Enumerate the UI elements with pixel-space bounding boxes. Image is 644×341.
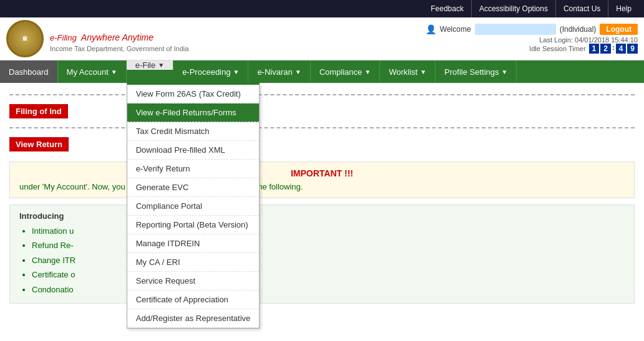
nav-e-proceeding[interactable]: e-Proceeding ▼ [173, 60, 248, 83]
menu-my-ca-eri[interactable]: My CA / ERI [127, 253, 260, 272]
menu-certificate-appreciation[interactable]: Certificate of Appreciation [127, 291, 260, 309]
e-proceeding-arrow: ▼ [233, 69, 239, 75]
menu-service-request[interactable]: Service Request [127, 272, 260, 291]
intro-item-1: Refund Re- [32, 238, 625, 252]
filing-section-header: Filing of Ind [9, 104, 68, 118]
menu-reporting-portal[interactable]: Reporting Portal (Beta Version) [127, 216, 260, 234]
intro-item-2: Change ITR [32, 253, 625, 267]
dashed-line-2 [9, 127, 635, 128]
session-row: Idle Session Timer 1 2 : 4 9 [426, 44, 638, 54]
e-file-dropdown: View Form 26AS (Tax Credit) View e-Filed… [127, 83, 260, 329]
important-section: IMPORTANT !!! under 'My Account'. Now, y… [9, 161, 635, 198]
timer-d2: 2 [600, 44, 611, 54]
dashed-line-1 [9, 94, 635, 95]
last-login-value: 04/01/2018 15:44:10 [575, 36, 638, 44]
menu-add-register-representative[interactable]: Add/Register as Representative [127, 309, 260, 328]
menu-e-verify-return[interactable]: e-Verify Return [127, 160, 260, 178]
header: 🏛 e-Filing Anywhere Anytime Income Tax D… [0, 17, 644, 60]
filing-section-row: Filing of Ind [9, 100, 635, 122]
intro-item-0: Intimation u [32, 224, 625, 238]
welcome-row: 👤 Welcome (Individual) Logout [426, 24, 638, 35]
logo-text-block: e-Filing Anywhere Anytime Income Tax Dep… [50, 26, 188, 52]
intro-item-3: Certificate o [32, 267, 625, 282]
user-name-bar [475, 24, 556, 35]
nav-dashboard[interactable]: Dashboard [0, 60, 58, 83]
top-bar: Feedback Accessibility Options Contact U… [0, 0, 644, 17]
user-icon: 👤 [426, 24, 436, 34]
main-content: Filing of Ind View Return IMPORTANT !!! … [0, 83, 644, 332]
important-text: under 'My Account'. Now, you can raise a… [19, 182, 625, 191]
compliance-arrow: ▼ [364, 69, 371, 75]
view-return-row: View Return [9, 133, 635, 155]
intro-list: Intimation u Refund Re- Change ITR Certi… [19, 224, 625, 297]
nav-e-file-wrapper: e-File ▼ View Form 26AS (Tax Credit) Vie… [127, 60, 173, 83]
menu-generate-evc[interactable]: Generate EVC [127, 178, 260, 197]
feedback-link[interactable]: Feedback [423, 0, 472, 17]
logo-sub: Income Tax Department, Government of Ind… [50, 45, 188, 52]
welcome-text: Welcome [440, 25, 471, 34]
logout-button[interactable]: Logout [600, 24, 638, 35]
timer-sep1: : [612, 44, 615, 54]
important-title: IMPORTANT !!! [19, 168, 625, 178]
intro-section: Introducing Intimation u Refund Re- Chan… [9, 204, 635, 304]
logo-efiling-text: e-Filing [50, 33, 77, 42]
login-info: Last Login: 04/01/2018 15:44:10 [426, 36, 638, 44]
menu-download-prefilled-xml[interactable]: Download Pre-filled XML [127, 141, 260, 160]
nav-my-account[interactable]: My Account ▼ [58, 60, 127, 83]
timer-d1: 1 [589, 44, 600, 54]
menu-manage-itdrein[interactable]: Manage ITDREIN [127, 234, 260, 253]
nav-profile-settings[interactable]: Profile Settings ▼ [436, 60, 517, 83]
my-account-arrow: ▼ [111, 69, 117, 75]
menu-compliance-portal[interactable]: Compliance Portal [127, 197, 260, 216]
last-login-label: Last Login: [539, 36, 573, 44]
e-nivaran-arrow: ▼ [295, 69, 301, 75]
accessibility-link[interactable]: Accessibility Options [472, 0, 556, 17]
contact-link[interactable]: Contact Us [556, 0, 608, 17]
intro-label: Introducing [19, 211, 625, 221]
nav-e-nivaran[interactable]: e-Nivaran ▼ [248, 60, 310, 83]
view-return-header: View Return [9, 137, 69, 151]
nav-bar: Dashboard My Account ▼ e-File ▼ View For… [0, 60, 644, 83]
menu-view-e-filed[interactable]: View e-Filed Returns/Forms [127, 103, 260, 122]
timer-d3: 4 [616, 44, 627, 54]
header-right: 👤 Welcome (Individual) Logout Last Login… [426, 24, 638, 54]
nav-e-file[interactable]: e-File ▼ [127, 60, 173, 70]
worklist-arrow: ▼ [420, 69, 426, 75]
nav-compliance[interactable]: Compliance ▼ [311, 60, 381, 83]
logo-efiling: e-Filing Anywhere Anytime [50, 26, 188, 45]
logo-emblem: 🏛 [6, 20, 44, 57]
timer-d4: 9 [627, 44, 638, 54]
intro-item-4: Condonatio [32, 282, 625, 297]
individual-text: (Individual) [560, 25, 597, 34]
idle-session-label: Idle Session Timer [529, 45, 585, 52]
logo-tagline: Anywhere Anytime [81, 32, 154, 42]
nav-worklist[interactable]: Worklist ▼ [380, 60, 436, 83]
session-timer: 1 2 : 4 9 [589, 44, 638, 54]
help-link[interactable]: Help [608, 0, 639, 17]
profile-settings-arrow: ▼ [502, 69, 508, 75]
header-left: 🏛 e-Filing Anywhere Anytime Income Tax D… [6, 20, 188, 57]
menu-view-form-26as[interactable]: View Form 26AS (Tax Credit) [127, 85, 260, 103]
menu-tax-credit-mismatch[interactable]: Tax Credit Mismatch [127, 122, 260, 141]
e-file-arrow: ▼ [158, 62, 164, 69]
